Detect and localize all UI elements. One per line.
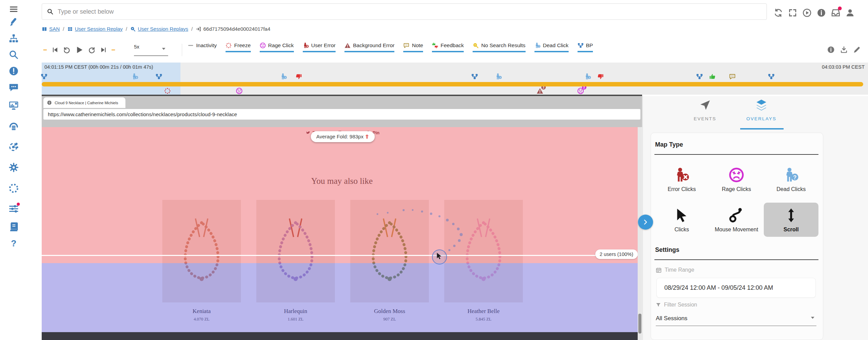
breadcrumb-item[interactable]: SAN <box>42 26 60 32</box>
timeline-marker-dead-click-icon[interactable]: ? <box>584 73 591 81</box>
chip-label: Background Error <box>353 42 394 49</box>
play-circle-icon[interactable] <box>802 8 812 17</box>
speed-select[interactable]: 5x <box>134 44 168 56</box>
filter-chip-bp[interactable]: BP <box>578 42 593 52</box>
browser-tab[interactable]: Cloud 9 Necklace | Catherine Michiels <box>43 97 125 108</box>
skip-start-icon[interactable] <box>52 46 58 53</box>
timeline-marker-dead-click-icon[interactable]: ? <box>495 73 502 81</box>
background-error-icon <box>344 42 351 49</box>
filter-chip-inactivity[interactable]: Inactivity <box>188 42 217 52</box>
timeline-start-label: 04:01:15 PM CEST (00h 00m 21s / 00h 01m … <box>44 64 153 70</box>
timeline-progress-bar[interactable] <box>42 82 863 86</box>
tab-events[interactable]: EVENTS <box>679 99 731 121</box>
timeline-marker-dead-click-icon[interactable]: ? <box>132 73 138 81</box>
map-type-dead-clicks[interactable]: ?Dead Clicks <box>764 162 818 196</box>
skip-end-icon[interactable] <box>100 46 107 53</box>
download-icon[interactable] <box>840 46 848 54</box>
search-input[interactable] <box>57 8 762 16</box>
map-type-scroll[interactable]: Scroll <box>764 203 818 237</box>
sidebar-search-icon[interactable] <box>9 50 19 60</box>
panel-collapse-button[interactable] <box>638 215 653 230</box>
time-range-input[interactable]: 08/29/24 12:00 AM - 09/05/24 12:00 AM <box>656 278 816 298</box>
sidebar-question-icon[interactable]: ? <box>9 239 19 249</box>
undo-icon[interactable] <box>63 46 70 54</box>
overlays-layers-icon <box>755 99 768 112</box>
map-type-label: Scroll <box>764 227 818 233</box>
tab-label: EVENTS <box>679 116 731 121</box>
sign-in-icon <box>196 26 201 32</box>
chip-label: Rage Click <box>268 42 294 49</box>
timeline-marker-bp-icon[interactable] <box>155 73 162 81</box>
sidebar-headset-icon[interactable] <box>9 121 19 131</box>
step-minus-button[interactable]: − <box>43 46 47 54</box>
bp-icon <box>41 73 48 80</box>
sidebar-dashed-circle-icon[interactable] <box>9 183 19 193</box>
timeline-marker-bp-icon[interactable] <box>471 73 478 81</box>
calendar-icon <box>656 267 662 273</box>
redo-icon[interactable] <box>88 46 96 54</box>
step-minus-button[interactable]: − <box>111 46 116 54</box>
global-search[interactable] <box>42 3 767 20</box>
sidebar-chat-icon[interactable] <box>9 82 19 92</box>
filter-chip-background-error[interactable]: Background Error <box>344 42 394 52</box>
timeline-marker-thumbs-down-icon[interactable] <box>295 73 302 81</box>
user-icon[interactable] <box>845 8 855 17</box>
browser-url-bar[interactable]: https://www.catherinemichiels.com/collec… <box>43 109 640 120</box>
sidebar-share-network-icon[interactable] <box>9 141 19 152</box>
sidebar-sitemap-icon[interactable] <box>9 33 19 44</box>
edit-pencil-icon[interactable] <box>853 46 861 54</box>
filter-chip-dead-click[interactable]: ?Dead Click <box>534 42 569 52</box>
rage-click-icon <box>260 42 266 49</box>
filter-chip-feedback[interactable]: Feedback <box>432 42 464 52</box>
timeline-marker-bp-icon[interactable] <box>696 73 703 81</box>
timeline-marker-bp-icon[interactable] <box>41 73 48 81</box>
filter-chip-rage-click[interactable]: Rage Click <box>260 42 294 52</box>
filter-chip-freeze[interactable]: Freeze <box>226 42 250 52</box>
mouse-trail-dot <box>453 245 456 247</box>
chip-label: Dead Click <box>543 42 569 49</box>
search-icon <box>47 8 54 15</box>
fullscreen-icon[interactable] <box>788 8 797 17</box>
mouse-cursor-icon <box>435 252 443 260</box>
filter-chip-user-error[interactable]: User Error <box>303 42 336 52</box>
timeline-marker-thumbs-down-icon[interactable] <box>597 73 604 81</box>
inbox-icon[interactable] <box>831 8 840 17</box>
map-type-error-clicks[interactable]: Error Clicks <box>654 162 709 196</box>
sidebar-alert-icon[interactable] <box>9 66 19 76</box>
timeline-marker-bp-icon[interactable] <box>768 73 775 81</box>
page-footer-strip <box>42 332 642 340</box>
svg-text:?: ? <box>793 174 797 180</box>
sidebar-pen-icon[interactable] <box>9 17 19 27</box>
play-icon[interactable] <box>75 45 84 54</box>
info-filled-icon[interactable] <box>827 46 835 54</box>
timeline-marker-note-icon[interactable] <box>729 73 736 81</box>
viewport-scrollbar-thumb[interactable] <box>638 314 641 334</box>
columns-icon <box>42 26 47 32</box>
info-circle-icon[interactable] <box>817 8 826 17</box>
sidebar-gear-icon[interactable] <box>9 162 19 173</box>
breadcrumb-item[interactable]: User Session Replays <box>130 26 188 32</box>
globe-icon <box>47 100 52 105</box>
filter-session-label-row: Filter Session <box>656 302 697 308</box>
svg-text:?: ? <box>136 77 137 79</box>
timeline-marker-thumbs-up-icon[interactable] <box>709 73 716 81</box>
map-type-mouse-movement[interactable]: Mouse Movement <box>709 203 764 237</box>
chip-label: Feedback <box>440 42 464 49</box>
filter-chip-no-search-results[interactable]: No Search Results <box>473 42 525 52</box>
sidebar-monitor-chart-icon[interactable] <box>9 100 19 111</box>
sidebar-sliders-icon[interactable] <box>9 204 19 214</box>
timeline-marker-dead-click-icon[interactable]: ? <box>280 73 287 81</box>
breadcrumb-item[interactable]: User Session Replay <box>67 26 123 32</box>
map-type-clicks[interactable]: Clicks <box>654 203 709 237</box>
bp-icon <box>578 42 584 49</box>
filter-session-select[interactable]: All Sessions <box>656 311 816 326</box>
sidebar-book-icon[interactable] <box>9 222 19 232</box>
map-type-rage-clicks[interactable]: Rage Clicks <box>709 162 764 196</box>
viewport-scrollbar[interactable] <box>638 127 642 340</box>
bp-icon <box>471 73 478 80</box>
refresh-icon[interactable] <box>774 8 783 17</box>
note-icon <box>403 42 409 49</box>
filter-chip-note[interactable]: Note <box>403 42 423 52</box>
tab-overlays[interactable]: OVERLAYS <box>736 99 787 121</box>
sidebar-menu-icon[interactable] <box>9 5 18 14</box>
